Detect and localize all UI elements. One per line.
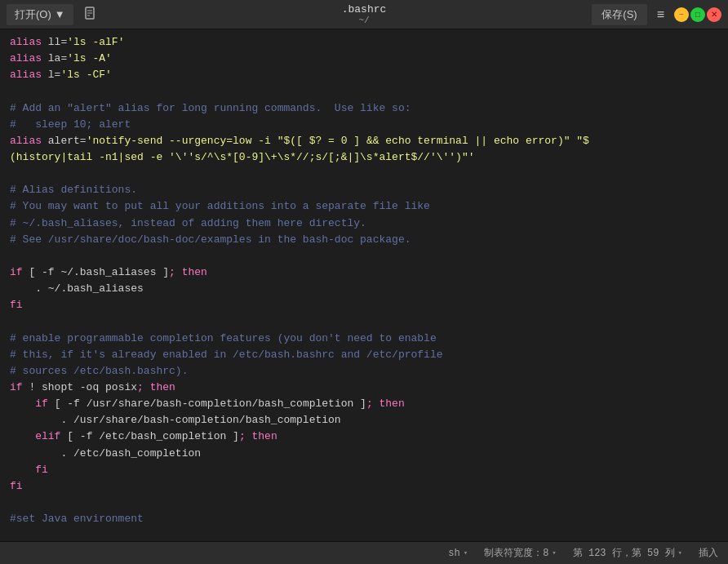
- window-controls: − □ ✕: [674, 7, 721, 22]
- maximize-button[interactable]: □: [690, 7, 705, 22]
- tab-dropdown-icon: ▾: [552, 548, 556, 557]
- titlebar-left: 打开(O) ▼: [7, 2, 104, 27]
- code-content: alias ll='ls -alF' alias la='ls -A' alia…: [0, 34, 728, 541]
- insert-mode-indicator: 插入: [699, 546, 718, 560]
- file-path: ~/: [358, 16, 369, 25]
- editor-area[interactable]: alias ll='ls -alF' alias la='ls -A' alia…: [0, 29, 728, 541]
- mode-label: sh: [448, 548, 459, 559]
- titlebar-right: 保存(S) ≡ − □ ✕: [592, 4, 721, 25]
- statusbar: sh ▾ 制表符宽度：8 ▾ 第 123 行，第 59 列 ▾ 插入: [0, 541, 728, 564]
- tab-width-selector[interactable]: 制表符宽度：8 ▾: [484, 546, 557, 560]
- open-dropdown-icon: ▼: [55, 8, 65, 20]
- mode-selector[interactable]: sh ▾: [448, 548, 468, 559]
- position-dropdown-icon: ▾: [678, 548, 682, 557]
- minimize-button[interactable]: −: [674, 7, 689, 22]
- mode-dropdown-icon: ▾: [464, 548, 468, 557]
- file-icon-button[interactable]: [77, 2, 104, 27]
- file-title: .bashrc: [342, 3, 387, 16]
- open-menu-button[interactable]: 打开(O) ▼: [7, 4, 73, 25]
- titlebar: 打开(O) ▼ .bashrc ~/ 保存(S) ≡ − □ ✕: [0, 0, 728, 29]
- close-button[interactable]: ✕: [707, 7, 721, 22]
- titlebar-center: .bashrc ~/: [342, 3, 387, 25]
- open-label: 打开(O): [15, 7, 51, 22]
- position-label: 第 123 行，第 59 列: [573, 546, 675, 560]
- position-selector[interactable]: 第 123 行，第 59 列 ▾: [573, 546, 682, 560]
- tab-label: 制表符宽度：8: [484, 546, 548, 560]
- save-button[interactable]: 保存(S): [592, 4, 646, 25]
- insert-label: 插入: [699, 546, 718, 560]
- hamburger-button[interactable]: ≡: [650, 4, 671, 25]
